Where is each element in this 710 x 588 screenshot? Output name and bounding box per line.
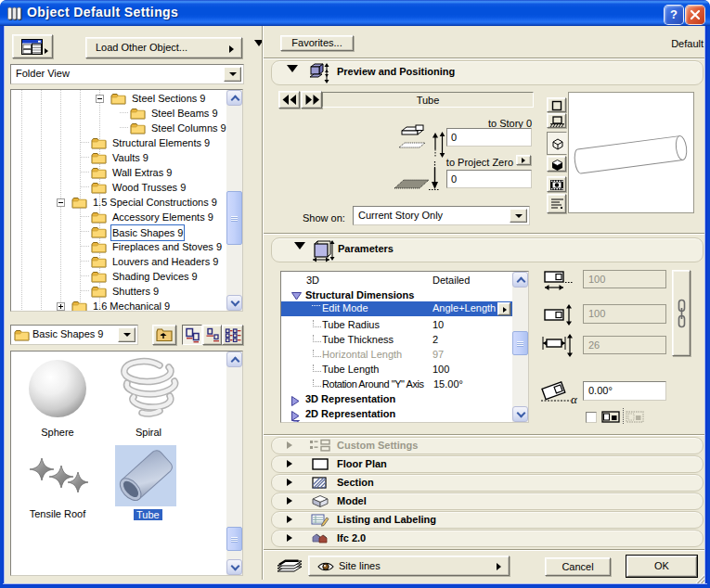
svg-text:α: α bbox=[571, 392, 578, 403]
